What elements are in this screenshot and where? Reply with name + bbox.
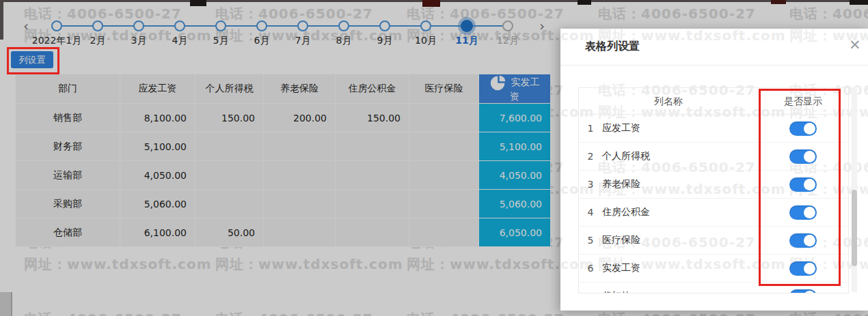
row-index: 6 (579, 263, 602, 274)
row-index: 2 (579, 151, 602, 162)
toggle-knob (804, 263, 815, 274)
column-name-label: 代扣款 (602, 290, 758, 293)
visibility-toggle-住房公积金[interactable] (789, 205, 817, 220)
dialog-header-divider (560, 65, 868, 66)
column-name-label: 实发工资 (602, 262, 758, 274)
column-list-row: 2个人所得税 (579, 143, 848, 171)
row-index: 3 (579, 179, 602, 190)
dialog-scrollbar-thumb[interactable] (852, 190, 857, 266)
toggle-cell (758, 233, 848, 248)
row-index: 4 (579, 207, 602, 218)
toggle-knob (804, 235, 815, 246)
row-index: 7 (579, 291, 602, 293)
column-name-label: 医疗保险 (602, 234, 758, 246)
visibility-toggle-养老保险[interactable] (789, 177, 817, 192)
watermark-phone-text: 电话：4006-6500-27 (598, 310, 756, 311)
column-name-header: 列名称 (579, 88, 758, 114)
visibility-toggle-个人所得税[interactable] (789, 149, 817, 164)
column-list-row: 6实发工资 (579, 255, 848, 283)
watermark-phone-text: 电话：4006-6500-27 (789, 310, 868, 311)
toggle-knob (804, 123, 815, 134)
toggle-cell (758, 149, 848, 164)
visibility-toggle-实发工资[interactable] (789, 261, 817, 276)
column-name-label: 养老保险 (602, 178, 758, 190)
toggle-cell (758, 261, 848, 276)
column-list: 列名称 是否显示 1应发工资2个人所得税3养老保险4住房公积金5医疗保险6实发工… (578, 87, 849, 293)
column-list-row: 1应发工资 (579, 115, 848, 143)
column-visible-header: 是否显示 (758, 88, 848, 114)
dialog-title: 表格列设置 (585, 40, 640, 54)
visibility-toggle-医疗保险[interactable] (789, 233, 817, 248)
column-list-row: 5医疗保险 (579, 227, 848, 255)
column-name-label: 住房公积金 (602, 206, 758, 218)
toggle-knob (804, 291, 815, 294)
column-name-label: 个人所得税 (602, 150, 758, 162)
column-list-row: 7代扣款 (579, 283, 848, 293)
toggle-knob (804, 207, 815, 218)
visibility-toggle-代扣款[interactable] (789, 289, 817, 294)
row-index: 5 (579, 235, 602, 246)
column-list-row: 3养老保险 (579, 171, 848, 199)
watermark-phone-text: 电话：4006-6500-27 (560, 310, 565, 311)
close-icon[interactable]: ✕ (849, 37, 861, 53)
toggle-knob (804, 151, 815, 162)
column-list-header: 列名称 是否显示 (579, 88, 848, 115)
row-index: 1 (579, 123, 602, 134)
column-settings-dialog: 电话：4006-6500-27网址：www.tdxsoft.com电话：4006… (560, 29, 868, 311)
toggle-cell (758, 177, 848, 192)
toggle-cell (758, 121, 848, 136)
toggle-cell (758, 205, 848, 220)
visibility-toggle-应发工资[interactable] (789, 121, 817, 136)
column-name-label: 应发工资 (602, 122, 758, 134)
watermark-phone-text: 电话：4006-6500-27 (560, 81, 565, 100)
toggle-cell (758, 289, 848, 294)
watermark-phone-text: 电话：4006-6500-27 (560, 158, 565, 177)
toggle-knob (804, 179, 815, 190)
column-list-row: 4住房公积金 (579, 199, 848, 227)
watermark-phone-text: 电话：4006-6500-27 (560, 233, 565, 252)
